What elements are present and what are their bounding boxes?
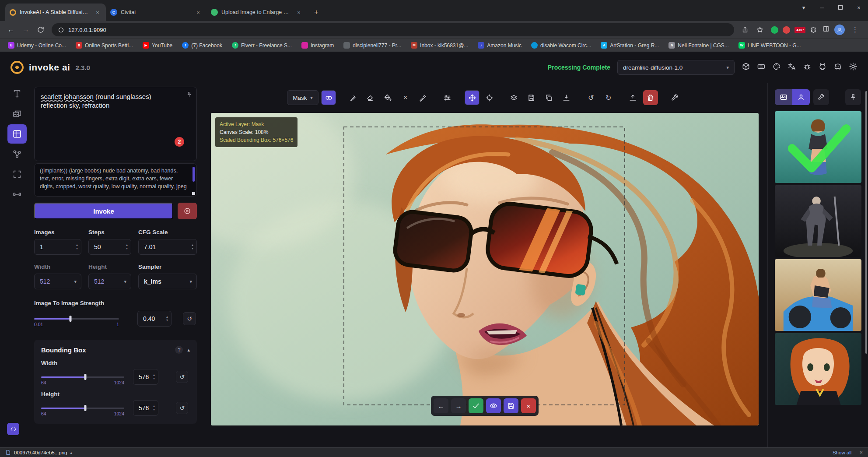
tab-text-to-image[interactable] — [7, 84, 27, 103]
extension-red-icon[interactable] — [783, 26, 790, 34]
save-staging-button[interactable] — [504, 398, 518, 413]
width-select[interactable]: 512▾ — [34, 274, 81, 289]
profile-avatar[interactable] — [834, 25, 845, 35]
new-tab-button[interactable]: + — [310, 6, 323, 19]
bookmark-item[interactable]: BOnline Sports Betti... — [76, 42, 133, 49]
bookmark-item[interactable]: NNeil Fontaine | CGS... — [668, 42, 729, 49]
tab-close-icon[interactable]: × — [194, 8, 202, 16]
gallery-thumbnail[interactable] — [775, 259, 861, 331]
tab-postprocessing[interactable] — [7, 165, 27, 184]
gallery-thumbnail-selected[interactable] — [775, 111, 861, 183]
bbox-width-reset-button[interactable]: ↺ — [176, 371, 188, 383]
bbox-height-slider[interactable]: 64 1024 — [41, 404, 124, 412]
adblock-plus-icon[interactable]: ABP — [794, 27, 805, 33]
settings-button[interactable] — [849, 62, 858, 73]
github-button[interactable] — [818, 62, 827, 73]
layer-select[interactable]: Mask▾ — [287, 90, 318, 105]
share-button[interactable] — [738, 23, 752, 36]
report-bug-button[interactable] — [803, 62, 812, 73]
bookmark-item[interactable]: ♪Amazon Music — [478, 42, 522, 49]
canvas[interactable]: Active Layer: Mask Canvas Scale: 108% Sc… — [211, 113, 759, 425]
window-close-button[interactable]: × — [850, 0, 868, 15]
discord-button[interactable] — [833, 62, 842, 73]
download-item[interactable]: 000979.40d74eb5...png ▴ — [5, 450, 72, 455]
merge-visible-button[interactable] — [507, 90, 522, 105]
bbox-height-reset-button[interactable]: ↺ — [176, 402, 188, 414]
stepper-arrows[interactable]: ▴▾ — [192, 243, 193, 250]
reset-view-button[interactable] — [482, 90, 497, 105]
refresh-button[interactable] — [34, 23, 47, 36]
download-image-button[interactable] — [559, 90, 574, 105]
slider-thumb[interactable] — [70, 316, 72, 322]
tab-close-icon[interactable]: × — [295, 8, 303, 16]
collapse-chevron-icon[interactable]: ▴ — [187, 347, 190, 353]
gallery-thumbnail[interactable] — [775, 333, 861, 405]
stepper-arrows[interactable]: ▴▾ — [166, 315, 168, 322]
bookmark-item[interactable]: fFiverr - Freelance S... — [232, 42, 292, 49]
bookmark-item[interactable]: f(7) Facebook — [182, 42, 222, 49]
fill-bounding-box-button[interactable] — [381, 90, 396, 105]
save-to-gallery-button[interactable] — [524, 90, 539, 105]
cancel-button[interactable] — [178, 203, 197, 219]
color-picker-button[interactable] — [416, 90, 430, 105]
side-panel-button[interactable] — [822, 25, 830, 35]
extensions-puzzle-button[interactable] — [810, 25, 818, 35]
forward-button[interactable]: → — [19, 23, 32, 36]
bookmark-item[interactable]: ✉Inbox - klk56831@... — [411, 42, 468, 49]
bbox-width-slider[interactable]: 64 1024 — [41, 373, 124, 381]
tab-image-to-image[interactable] — [7, 104, 27, 123]
brush-tool-button[interactable] — [346, 90, 360, 105]
bookmark-item[interactable]: discipleneil777 - Pr... — [343, 42, 401, 49]
accept-image-button[interactable] — [469, 398, 483, 413]
stepper-arrows[interactable]: ▴▾ — [153, 373, 155, 380]
tab-close-icon[interactable]: × — [94, 8, 102, 16]
prompt-input[interactable]: scarlett johansson (round sunglasses) re… — [34, 87, 197, 161]
negative-prompt-input[interactable]: ((implants)) (large boobs) nude bad anat… — [34, 163, 197, 197]
resize-handle[interactable] — [192, 192, 195, 195]
stepper-arrows[interactable]: ▴▾ — [126, 243, 128, 250]
chevron-up-icon[interactable]: ▴ — [70, 450, 73, 455]
move-tool-button[interactable] — [465, 90, 480, 105]
steps-input[interactable]: 50▴▾ — [88, 239, 131, 255]
mask-toggle-button[interactable] — [321, 90, 336, 105]
bookmark-item[interactable]: WLINE WEBTOON - G... — [738, 42, 801, 49]
erase-bounding-box-button[interactable]: × — [398, 90, 413, 105]
bookmark-item[interactable]: Instagram — [301, 42, 334, 49]
gallery-settings-button[interactable] — [813, 89, 829, 105]
height-select[interactable]: 512▾ — [88, 274, 131, 289]
slider-thumb[interactable] — [84, 405, 86, 411]
browser-menu-button[interactable]: ⋮ — [849, 26, 861, 34]
strength-reset-button[interactable]: ↺ — [183, 312, 196, 325]
extension-green-icon[interactable] — [771, 26, 778, 34]
show-hide-button[interactable] — [486, 398, 501, 413]
hotkeys-button[interactable] — [757, 62, 766, 73]
slider-thumb[interactable] — [84, 374, 86, 380]
site-info-icon[interactable] — [58, 27, 64, 33]
copy-to-clipboard-button[interactable] — [542, 90, 556, 105]
sampler-select[interactable]: k_lms▾ — [138, 274, 197, 289]
bbox-height-input[interactable]: 576▴▾ — [133, 400, 158, 416]
stepper-arrows[interactable]: ▴▾ — [76, 243, 78, 250]
show-all-link[interactable]: Show all — [833, 450, 851, 455]
bookmark-item[interactable]: ▶YouTube — [143, 42, 172, 49]
back-button[interactable]: ← — [4, 23, 18, 36]
bookmark-item[interactable]: disable Wacom Circ... — [531, 42, 591, 49]
scrollbar-thumb[interactable] — [192, 167, 195, 182]
console-toggle-button[interactable] — [7, 423, 19, 435]
previous-image-button[interactable]: ← — [434, 398, 448, 413]
language-button[interactable] — [788, 62, 796, 73]
gallery-person-icon-button[interactable] — [792, 89, 810, 105]
strength-input[interactable]: 0.40▴▾ — [137, 311, 172, 327]
gallery-thumbnail[interactable] — [775, 185, 861, 257]
window-maximize-button[interactable] — [831, 0, 850, 15]
brush-options-button[interactable] — [440, 90, 455, 105]
model-select[interactable]: dreamlike-diffusion-1.0 ▾ — [617, 60, 735, 75]
tab-training[interactable] — [7, 185, 27, 204]
page-scrollbar[interactable] — [865, 91, 867, 354]
gallery-images-icon-button[interactable] — [775, 89, 792, 105]
eraser-tool-button[interactable] — [363, 90, 378, 105]
redo-button[interactable]: ↻ — [601, 90, 616, 105]
bookmark-star-button[interactable] — [753, 23, 766, 36]
bbox-width-input[interactable]: 576▴▾ — [133, 369, 158, 385]
help-icon[interactable]: ? — [175, 346, 183, 354]
